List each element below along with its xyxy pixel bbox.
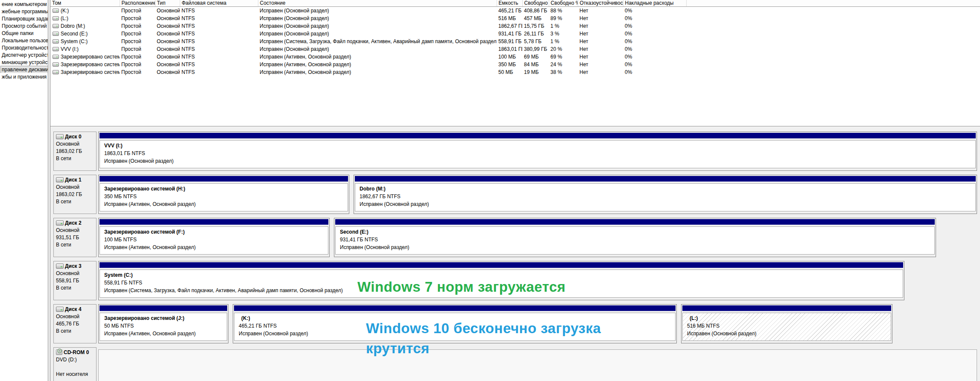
table-row[interactable]: (L:) Простой Основной NTFS Исправен (Осн… [50, 15, 980, 22]
tree-item-system-tools[interactable]: жебные программы [0, 8, 48, 15]
disk-icon [56, 264, 64, 269]
primary-partition-band [355, 176, 976, 182]
col-header-layout[interactable]: Расположение [120, 0, 155, 7]
tree-item-shared-folders[interactable]: Общие папки [0, 29, 48, 37]
disk-row-3: Диск 3 Основной 558,91 ГБ В сети System … [50, 261, 980, 300]
col-header-fault-tolerance[interactable]: Отказоустойчивость [578, 0, 623, 7]
volume-table: Том Расположение Тип Файловая система Со… [50, 0, 980, 76]
tree-item-local-users[interactable]: Локальные пользовате [0, 37, 48, 44]
primary-partition-band [335, 219, 935, 225]
col-header-free-pct[interactable]: Свободно % [549, 0, 578, 7]
partition-reserved-f[interactable]: Зарезервировано системой (F:) 100 МБ NTF… [98, 218, 330, 257]
volume-icon [53, 32, 59, 36]
volume-icon [53, 62, 59, 67]
disk-row-2: Диск 2 Основной 931,51 ГБ В сети Зарезер… [50, 218, 980, 257]
primary-partition-band [99, 305, 227, 311]
disk-icon [56, 134, 64, 139]
col-header-free[interactable]: Свободно [522, 0, 549, 7]
partition-vvv-i[interactable]: VVV (I:) 1863,01 ГБ NTFS Исправен (Основ… [98, 132, 977, 171]
volume-icon [53, 9, 59, 13]
partition-l-selected[interactable]: (L:) 516 МБ NTFS Исправен (Основной разд… [681, 304, 892, 343]
volume-name: Dobro (M:) [61, 23, 85, 29]
primary-partition-band [234, 305, 676, 311]
primary-partition-band [682, 305, 891, 311]
tree-item-disk-management[interactable]: правление дисками [0, 66, 48, 73]
primary-partition-band [99, 133, 976, 138]
volume-table-header: Том Расположение Тип Файловая система Со… [50, 0, 980, 7]
partition-second-e[interactable]: Second (E:) 931,41 ГБ NTFS Исправен (Осн… [334, 218, 936, 257]
disk-row-1: Диск 1 Основной 1863,02 ГБ В сети Зарезе… [50, 175, 980, 214]
volume-name: (K:) [61, 8, 69, 14]
cdrom-icon [56, 349, 62, 355]
cdrom-row: CD-ROM 0 DVD (D:) Нет носителя [50, 347, 980, 381]
disk2-label[interactable]: Диск 2 Основной 931,51 ГБ В сети [53, 218, 97, 257]
tree-item-performance[interactable]: Производительность [0, 44, 48, 51]
tree-item-task-scheduler[interactable]: Планировщик заданий [0, 15, 48, 22]
partition-system-c[interactable]: System (C:) 558,91 ГБ NTFS Исправен (Сис… [98, 261, 904, 300]
table-row[interactable]: VVV (I:) Простой Основной NTFS Исправен … [50, 45, 980, 53]
disk1-label[interactable]: Диск 1 Основной 1863,02 ГБ В сети [53, 175, 97, 214]
disk-graphical-pane: Диск 0 Основной 1863,02 ГБ В сети VVV (I… [50, 127, 980, 381]
col-header-capacity[interactable]: Емкость [497, 0, 522, 7]
col-header-volume[interactable]: Том [50, 0, 120, 7]
volume-icon [53, 16, 59, 21]
volume-list-pane: Том Расположение Тип Файловая система Со… [50, 0, 980, 126]
table-row[interactable]: Зарезервировано системой (F:) Простой Ос… [50, 53, 980, 61]
col-header-filler [686, 0, 980, 7]
disk3-label[interactable]: Диск 3 Основной 558,91 ГБ В сети [53, 261, 97, 300]
volume-name: Second (E:) [61, 31, 88, 37]
disk4-label[interactable]: Диск 4 Основной 465,76 ГБ В сети [53, 304, 97, 343]
primary-partition-band [99, 219, 328, 225]
disk0-label[interactable]: Диск 0 Основной 1863,02 ГБ В сети [53, 132, 97, 171]
cdrom-label[interactable]: CD-ROM 0 DVD (D:) Нет носителя [53, 347, 97, 381]
col-header-type[interactable]: Тип [155, 0, 180, 7]
col-header-status[interactable]: Состояние [258, 0, 497, 7]
partition-dobro-m[interactable]: Dobro (M:) 1862,67 ГБ NTFS Исправен (Осн… [354, 175, 977, 214]
volume-name: VVV (I:) [61, 46, 79, 52]
volume-icon [53, 47, 59, 51]
tree-item-event-viewer[interactable]: Просмотр событий [0, 22, 48, 29]
volume-name: System (C:) [61, 38, 88, 44]
tree-item-storage[interactable]: минающие устройст [0, 59, 48, 66]
partition-reserved-h[interactable]: Зарезервировано системой (H:) 350 МБ NTF… [98, 175, 349, 214]
console-tree: ение компьютером (л жебные программы Пла… [0, 0, 48, 381]
disk-row-0: Диск 0 Основной 1863,02 ГБ В сети VVV (I… [50, 132, 980, 171]
tree-item-services-apps[interactable]: жбы и приложения [0, 73, 48, 80]
volume-name: Зарезервировано системой (H:) [61, 62, 120, 67]
partition-reserved-j[interactable]: Зарезервировано системой (J:) 50 МБ NTFS… [98, 304, 228, 343]
disk-icon [56, 177, 64, 182]
computer-management-window: ение компьютером (л жебные программы Пла… [0, 0, 980, 381]
volume-icon [53, 39, 59, 44]
volume-icon [53, 55, 59, 59]
volume-name: Зарезервировано системой (J:) [61, 69, 120, 75]
table-row[interactable]: Зарезервировано системой (H:) Простой Ос… [50, 61, 980, 68]
primary-partition-band [99, 262, 903, 268]
partition-k[interactable]: (K:) 465,21 ГБ NTFS Исправен (Основной р… [233, 304, 677, 343]
table-row[interactable]: Зарезервировано системой (J:) Простой Ос… [50, 68, 980, 76]
disk-icon [56, 307, 64, 312]
primary-partition-band [99, 176, 348, 182]
disk-icon [56, 220, 64, 226]
table-row[interactable]: System (C:) Простой Основной NTFS Исправ… [50, 38, 980, 45]
volume-icon [53, 24, 59, 28]
volume-icon [53, 70, 59, 74]
disk-row-4: Диск 4 Основной 465,76 ГБ В сети Зарезер… [50, 304, 980, 343]
col-header-overhead[interactable]: Накладные расходы [623, 0, 686, 7]
volume-name: Зарезервировано системой (F:) [61, 54, 120, 60]
table-row[interactable]: Dobro (M:) Простой Основной NTFS Исправе… [50, 22, 980, 30]
tree-item-computer-management[interactable]: ение компьютером (л [0, 0, 48, 8]
volume-name: (L:) [61, 15, 68, 21]
col-header-filesystem[interactable]: Файловая система [180, 0, 258, 7]
table-row[interactable]: (K:) Простой Основной NTFS Исправен (Осн… [50, 7, 980, 15]
table-row[interactable]: Second (E:) Простой Основной NTFS Исправ… [50, 30, 980, 38]
tree-item-device-manager[interactable]: Диспетчер устройств [0, 51, 48, 59]
cdrom-media-area[interactable] [98, 349, 977, 381]
